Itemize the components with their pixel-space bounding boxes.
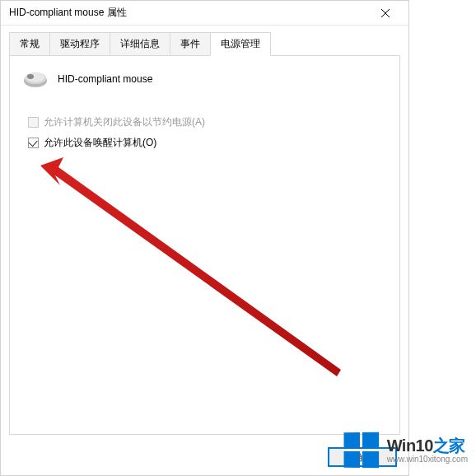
tab-content-power: HID-compliant mouse 允许计算机关闭此设备以节约电源(A) 允… [9, 56, 400, 435]
tab-power[interactable]: 电源管理 [210, 32, 271, 56]
checkbox-row-allow-off: 允许计算机关闭此设备以节约电源(A) [21, 114, 388, 131]
close-button[interactable] [369, 2, 402, 24]
tab-general[interactable]: 常规 [9, 32, 50, 55]
watermark-brand-zh: 之家 [433, 436, 465, 455]
watermark-brand: Win10之家 [387, 437, 468, 454]
window-title: HID-compliant mouse 属性 [9, 6, 127, 20]
tab-events[interactable]: 事件 [170, 32, 211, 55]
windows-logo-icon [343, 432, 379, 469]
checkbox-allow-off [28, 117, 39, 128]
watermark-text: Win10之家 www.win10xitong.com [387, 437, 468, 464]
tab-driver[interactable]: 驱动程序 [49, 32, 110, 55]
watermark-brand-en: Win10 [387, 436, 433, 455]
mouse-icon [21, 69, 49, 89]
device-header: HID-compliant mouse [21, 69, 388, 89]
device-name: HID-compliant mouse [58, 73, 152, 85]
checkbox-row-allow-wake[interactable]: 允许此设备唤醒计算机(O) [21, 134, 388, 152]
tab-bar: 常规 驱动程序 详细信息 事件 电源管理 [9, 32, 400, 56]
tab-details[interactable]: 详细信息 [110, 32, 170, 55]
properties-dialog: HID-compliant mouse 属性 常规 驱动程序 详细信息 事件 电… [0, 0, 409, 476]
svg-point-5 [27, 74, 34, 79]
checkbox-allow-wake[interactable] [28, 138, 39, 148]
watermark-url: www.win10xitong.com [387, 455, 468, 464]
dialog-body: 常规 驱动程序 详细信息 事件 电源管理 HID-compliant mouse… [1, 26, 408, 435]
watermark: Win10之家 www.win10xitong.com [343, 432, 468, 468]
close-icon [381, 9, 390, 17]
label-allow-wake: 允许此设备唤醒计算机(O) [44, 136, 156, 150]
titlebar: HID-compliant mouse 属性 [1, 1, 408, 26]
label-allow-off: 允许计算机关闭此设备以节约电源(A) [44, 115, 205, 129]
